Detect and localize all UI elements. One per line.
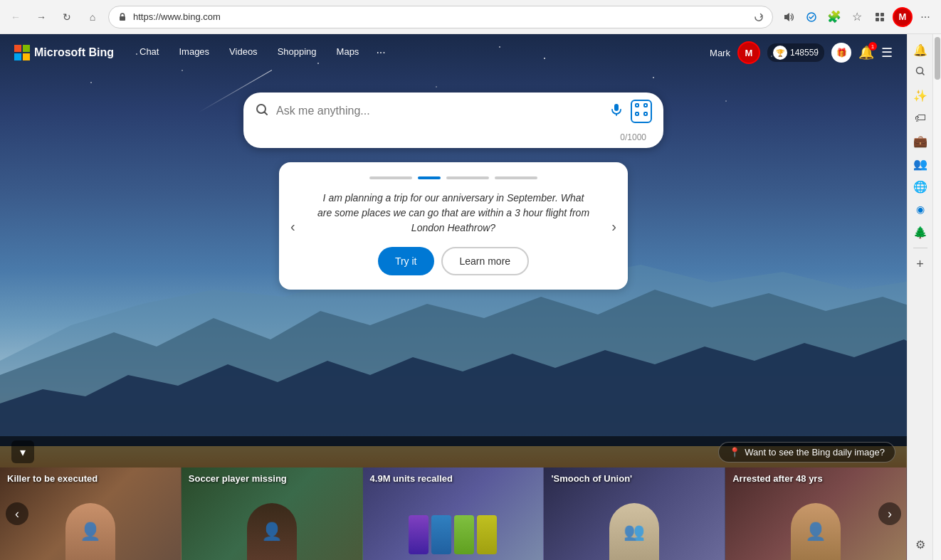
tag-icon: 🏷 [915,112,926,125]
url-text: https://www.bing.com [133,11,748,22]
card-image-5: 👤 [791,503,841,560]
svg-rect-15 [644,112,647,115]
profile-button[interactable]: M [893,7,913,27]
bell-icon: 🔔 [913,43,927,57]
daily-image-button[interactable]: 📍 Want to see the Bing daily image? [718,442,895,463]
svg-rect-5 [880,18,884,21]
copilot-button[interactable] [801,7,821,27]
carousel-dots [315,176,592,179]
search-icon [255,102,269,120]
user-avatar[interactable]: M [737,41,760,64]
sidebar-search-button[interactable] [910,63,930,83]
card-person-1: 👤 [36,496,144,560]
sidebar-profiles-button[interactable]: 👥 [910,154,930,174]
scrollbar-area [932,34,941,560]
news-card-title-4: 'Smooch of Union' [551,473,717,484]
news-cards-wrapper: ‹ Killer to be executed 👤 Soccer player … [0,467,907,560]
nav-more[interactable]: ··· [370,42,391,63]
sq-blue [14,53,21,60]
main-layout: Microsoft Bing Chat Images Videos Shoppi… [0,34,941,560]
refresh-button[interactable]: ↻ [57,7,77,27]
notifications-button[interactable]: 🔔 1 [858,45,874,60]
carousel-dot-3 [446,176,489,179]
extensions-button[interactable]: 🧩 [824,7,844,27]
search-icon [915,65,926,80]
sidebar-settings-button[interactable]: ⚙ [910,534,930,554]
sidebar-copilot-button[interactable]: ✨ [910,85,930,105]
card-image-4: 👥 [609,503,659,560]
news-card-title-2: Soccer player missing [189,473,355,484]
sidebar-briefcase-button[interactable]: 💼 [910,131,930,151]
svg-rect-2 [876,13,879,16]
back-button[interactable]: ← [6,7,26,27]
news-card-4[interactable]: 'Smooch of Union' 👥 [544,467,725,560]
camera-search-icon[interactable] [631,100,652,123]
refresh-mini-icon [754,12,764,22]
search-input[interactable] [276,105,602,117]
carousel-next-button[interactable]: › [606,215,622,237]
microphone-icon[interactable] [609,102,624,120]
card-image-1: 👤 [65,503,115,560]
sidebar-tag-button[interactable]: 🏷 [910,108,930,128]
sq-yellow [23,53,30,60]
sq-red [14,45,21,52]
sidebar-add-button[interactable]: + [910,254,930,274]
sidebar-outlook-button[interactable]: ◉ [910,199,930,219]
bing-page: Microsoft Bing Chat Images Videos Shoppi… [0,34,907,560]
news-card-2[interactable]: Soccer player missing 👤 [182,467,363,560]
svg-rect-0 [120,16,125,21]
favorites-button[interactable]: ☆ [847,7,867,27]
sidebar-eco-button[interactable]: 🌲 [910,222,930,242]
card-person-2: 👤 [218,496,326,560]
rewards-button[interactable]: 🎁 [831,43,851,63]
lock-icon [117,12,127,22]
microsoft-squares [14,45,30,60]
outlook-icon: ◉ [916,204,925,215]
forward-button[interactable]: → [31,7,51,27]
nav-images[interactable]: Images [170,42,218,63]
news-prev-button[interactable]: ‹ [6,502,28,525]
sidebar-notifications-button[interactable]: 🔔 [910,40,930,60]
reward-icon: 🏆 [773,46,787,60]
avatar-initial: M [745,48,753,58]
svg-rect-13 [644,104,647,107]
card-image-2: 👤 [247,503,297,560]
news-card-3[interactable]: 4.9M units recalled [363,467,545,560]
nav-videos[interactable]: Videos [221,42,266,63]
sidebar-globe-button[interactable]: 🌐 [910,176,930,196]
points-badge[interactable]: 🏆 148559 [767,43,824,62]
read-aloud-button[interactable] [779,7,799,27]
nav-maps[interactable]: Maps [328,42,368,63]
bottom-controls: ▾ 📍 Want to see the Bing daily image? [0,436,907,467]
collapse-button[interactable]: ▾ [11,440,34,463]
carousel-dot-2 [418,176,441,179]
carousel-dot-1 [369,176,412,179]
suggestion-carousel: ‹ I am planning a trip for our anniversa… [279,162,628,290]
scrollbar-thumb[interactable] [935,37,940,80]
sq-green [23,45,30,52]
card-person-5: 👤 [762,496,870,560]
search-area: 0/1000 ‹ I am planning a trip for our an… [0,93,907,290]
nav-chat[interactable]: Chat [131,42,167,63]
news-next-button[interactable]: › [878,502,901,525]
news-card-title-5: Arrested after 48 yrs [732,473,899,484]
bing-header: Microsoft Bing Chat Images Videos Shoppi… [0,34,907,71]
address-bar[interactable]: https://www.bing.com [108,6,773,28]
news-card-title-3: 4.9M units recalled [370,473,537,484]
nav-shopping[interactable]: Shopping [269,42,325,63]
people-icon: 👥 [913,157,927,171]
notification-badge: 1 [868,42,877,51]
browser-chrome: ← → ↻ ⌂ https://www.bing.com 🧩 ☆ [0,0,941,34]
svg-rect-4 [876,18,879,21]
bing-logo[interactable]: Microsoft Bing [14,45,114,60]
menu-button[interactable]: ··· [915,7,935,27]
home-button[interactable]: ⌂ [83,7,102,27]
sidebar-panel: 🔔 ✨ 🏷 💼 👥 🌐 ◉ 🌲 [907,34,932,560]
carousel-prev-button[interactable]: ‹ [285,215,301,237]
collections-button[interactable] [870,7,890,27]
try-it-button[interactable]: Try it [378,247,434,275]
learn-more-button[interactable]: Learn more [441,247,530,275]
menu-hamburger-button[interactable]: ☰ [881,45,893,60]
carousel-suggestion-text: I am planning a trip for our anniversary… [315,191,592,236]
carousel-actions: Try it Learn more [315,247,592,275]
